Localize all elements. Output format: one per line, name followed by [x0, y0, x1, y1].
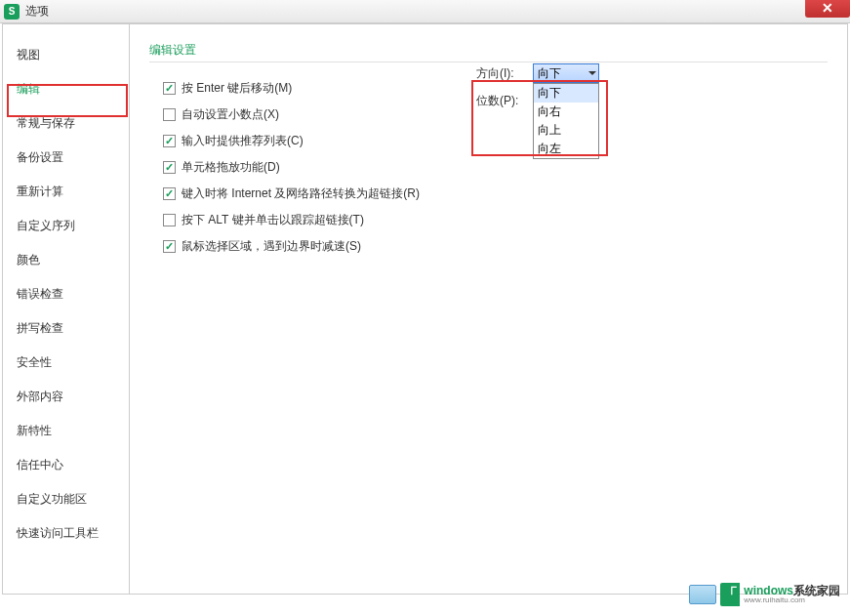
option-row-6: 鼠标选择区域，遇到边界时减速(S) [149, 238, 828, 255]
option-label-6: 鼠标选择区域，遇到边界时减速(S) [182, 238, 361, 255]
dropdown-option-1[interactable]: 向右 [534, 103, 598, 121]
sidebar-item-5[interactable]: 自定义序列 [3, 209, 129, 243]
option-label-5: 按下 ALT 键并单击以跟踪超链接(T) [182, 212, 364, 228]
dropdown-option-0[interactable]: 向下 [534, 84, 598, 103]
sidebar-item-11[interactable]: 新特性 [3, 414, 129, 448]
direction-row: 方向(I): 向下 向下向右向上向左 [476, 63, 599, 83]
watermark-text: windows系统家园 www.ruihaitu.com [744, 585, 840, 604]
checkbox-4[interactable] [163, 187, 176, 200]
sidebar-item-8[interactable]: 拼写检查 [3, 311, 129, 346]
close-icon: ✕ [822, 0, 833, 16]
app-icon: S [4, 4, 20, 20]
checkbox-5[interactable] [163, 214, 176, 226]
dropdown-option-3[interactable]: 向左 [534, 140, 598, 158]
watermark-monitor-icon [689, 585, 716, 604]
close-button[interactable]: ✕ [805, 0, 850, 18]
titlebar: S 选项 ✕ [0, 0, 850, 23]
checkbox-1[interactable] [163, 108, 176, 121]
sidebar: 视图编辑常规与保存备份设置重新计算自定义序列颜色错误检查拼写检查安全性外部内容新… [3, 24, 130, 594]
digits-label: 位数(P): [476, 93, 533, 109]
sidebar-item-13[interactable]: 自定义功能区 [3, 482, 129, 516]
option-label-0: 按 Enter 键后移动(M) [182, 80, 292, 97]
sidebar-item-1[interactable]: 编辑 [3, 72, 129, 106]
right-controls: 方向(I): 向下 向下向右向上向左 位数(P): [476, 63, 599, 119]
dropdown-option-2[interactable]: 向上 [534, 121, 598, 140]
watermark: 「 windows系统家园 www.ruihaitu.com [689, 583, 840, 606]
sidebar-item-9[interactable]: 安全性 [3, 346, 129, 380]
direction-dropdown[interactable]: 向下 向下向右向上向左 [533, 63, 599, 83]
direction-dropdown-list: 向下向右向上向左 [533, 83, 599, 159]
sidebar-item-10[interactable]: 外部内容 [3, 380, 129, 414]
checkbox-0[interactable] [163, 82, 176, 95]
window-title: 选项 [25, 3, 49, 20]
option-row-3: 单元格拖放功能(D) [149, 159, 828, 176]
chevron-down-icon [588, 71, 596, 75]
checkbox-2[interactable] [163, 135, 176, 147]
direction-label: 方向(I): [476, 65, 533, 82]
option-row-5: 按下 ALT 键并单击以跟踪超链接(T) [149, 212, 828, 228]
sidebar-item-2[interactable]: 常规与保存 [3, 106, 129, 141]
checkbox-6[interactable] [163, 240, 176, 253]
main-area: 视图编辑常规与保存备份设置重新计算自定义序列颜色错误检查拼写检查安全性外部内容新… [2, 23, 848, 595]
sidebar-item-7[interactable]: 错误检查 [3, 277, 129, 311]
sidebar-item-14[interactable]: 快速访问工具栏 [3, 516, 129, 551]
watermark-url: www.ruihaitu.com [744, 596, 840, 604]
content-panel: 编辑设置 按 Enter 键后移动(M)自动设置小数点(X)输入时提供推荐列表(… [130, 24, 847, 594]
sidebar-item-12[interactable]: 信任中心 [3, 448, 129, 482]
option-row-2: 输入时提供推荐列表(C) [149, 133, 828, 149]
option-row-4: 键入时将 Internet 及网络路径转换为超链接(R) [149, 185, 828, 202]
section-title: 编辑设置 [149, 42, 828, 62]
option-label-1: 自动设置小数点(X) [182, 106, 279, 123]
sidebar-item-3[interactable]: 备份设置 [3, 141, 129, 175]
sidebar-item-0[interactable]: 视图 [3, 38, 129, 72]
watermark-flag-icon: 「 [720, 583, 740, 606]
option-label-2: 输入时提供推荐列表(C) [182, 133, 304, 149]
direction-value: 向下 [538, 65, 561, 82]
checkbox-3[interactable] [163, 161, 176, 174]
sidebar-item-6[interactable]: 颜色 [3, 243, 129, 277]
option-label-4: 键入时将 Internet 及网络路径转换为超链接(R) [182, 185, 420, 202]
option-label-3: 单元格拖放功能(D) [182, 159, 280, 176]
sidebar-item-4[interactable]: 重新计算 [3, 175, 129, 209]
